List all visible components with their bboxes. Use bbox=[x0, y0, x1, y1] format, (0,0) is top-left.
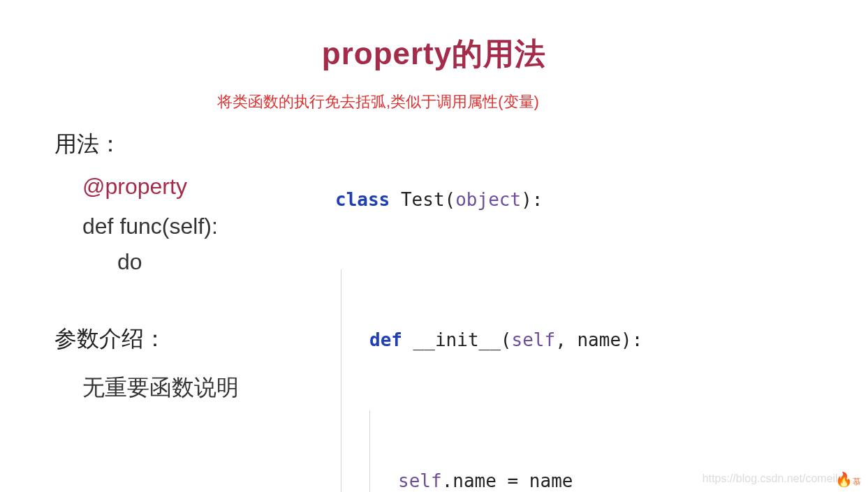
code-block: class Test(object): def __init__(self, n… bbox=[335, 129, 852, 492]
slide-subtitle: 将类函数的执行免去括弧,类似于调用属性(变量) bbox=[0, 91, 868, 112]
params-block: 参数介绍： 无重要函数说明 bbox=[54, 324, 335, 403]
class-body: def __init__(self, name): self.name = na… bbox=[341, 269, 852, 492]
left-column: 用法： @property def func(self): do 参数介绍： 无… bbox=[0, 129, 335, 492]
usage-block: 用法： @property def func(self): do bbox=[54, 129, 335, 275]
code-line-1: class Test(object): bbox=[335, 186, 852, 214]
content-row: 用法： @property def func(self): do 参数介绍： 无… bbox=[0, 129, 868, 492]
usage-decorator: @property bbox=[54, 174, 335, 200]
logo-icon: 🔥慕 bbox=[835, 471, 861, 488]
params-body: 无重要函数说明 bbox=[54, 373, 335, 403]
params-label: 参数介绍： bbox=[54, 324, 335, 355]
right-column: class Test(object): def __init__(self, n… bbox=[335, 129, 852, 492]
code-line-2: def __init__(self, name): bbox=[369, 326, 852, 354]
slide-title: property的用法 bbox=[0, 33, 868, 75]
usage-label: 用法： bbox=[54, 129, 335, 160]
watermark-text: https://blog.csdn.net/comeilm bbox=[703, 472, 847, 485]
usage-defline: def func(self): bbox=[54, 214, 335, 239]
usage-body: do bbox=[54, 249, 335, 275]
